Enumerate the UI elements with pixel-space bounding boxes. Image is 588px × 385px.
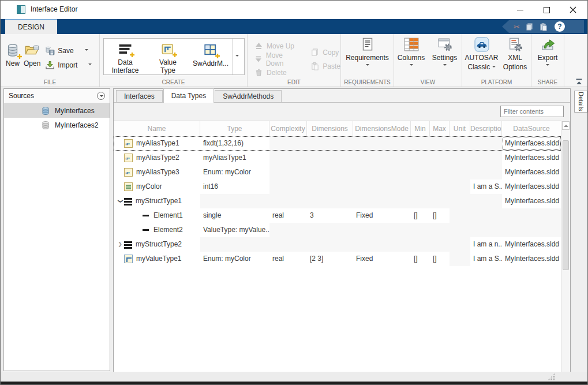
cell-dimensions xyxy=(307,151,353,165)
cell-min xyxy=(411,180,430,194)
database-icon xyxy=(41,106,50,115)
scroll-up-icon[interactable] xyxy=(562,121,570,130)
cell-dimensionsmode xyxy=(353,237,411,252)
cell-datasource xyxy=(502,208,561,223)
column-header-type[interactable]: Type xyxy=(200,121,269,136)
source-item-myinterfaces2[interactable]: MyInterfaces2 xyxy=(4,118,110,132)
copy-icon xyxy=(525,23,534,31)
cell-max: [] xyxy=(430,208,450,223)
cell-max xyxy=(430,194,450,208)
columns-dropdown-arrow xyxy=(410,64,413,68)
tab-swaddrmethods[interactable]: SwAddrMethods xyxy=(215,90,282,102)
cell-name: myAliasType2 xyxy=(114,151,200,165)
toolstrip-spacer xyxy=(564,34,587,87)
swaddrmethod-button[interactable]: SwAddrM... xyxy=(189,39,232,74)
cell-dimensions xyxy=(307,223,353,237)
row-name: Element2 xyxy=(153,223,183,237)
tab-data-types[interactable]: Data Types xyxy=(163,88,214,103)
cell-dimensionsmode xyxy=(353,136,411,151)
column-header-unit[interactable]: Unit xyxy=(450,121,470,136)
maximize-button[interactable] xyxy=(533,1,560,18)
help-icon[interactable] xyxy=(555,21,565,32)
resize-grip[interactable] xyxy=(548,373,555,380)
table-row-myaliastype1[interactable]: myAliasType1fixdt(1,32,16)MyInterfaces.s… xyxy=(114,136,561,151)
scrollbar-thumb[interactable] xyxy=(563,140,569,270)
cell-datasource: MyInterfaces.sldd xyxy=(502,252,561,266)
value-type-button[interactable]: Value Type xyxy=(147,39,189,74)
sources-list: MyInterfacesMyInterfaces2 xyxy=(4,103,110,132)
table-row-element1[interactable]: Element1singlereal3Fixed[][] xyxy=(114,208,561,223)
import-button[interactable]: Import xyxy=(45,60,92,70)
toolstrip: New Open Save Import F xyxy=(1,34,587,87)
cell-dimensions xyxy=(307,194,353,208)
cell-dimensions xyxy=(307,180,353,194)
save-button[interactable]: Save xyxy=(45,46,92,56)
source-item-myinterfaces[interactable]: MyInterfaces xyxy=(4,103,110,118)
filter-input[interactable] xyxy=(500,106,564,117)
cell-description: I am a n... xyxy=(470,237,502,252)
cell-name: ❯myStructType2 xyxy=(114,237,200,252)
column-header-dimensionsmode[interactable]: DimensionsMode xyxy=(353,121,411,136)
cell-max: [] xyxy=(430,252,450,266)
delete-button: Delete xyxy=(254,68,299,77)
column-header-min[interactable]: Min xyxy=(411,121,430,136)
column-header-dimensions[interactable]: Dimensions xyxy=(307,121,353,136)
requirements-button[interactable]: Requirements xyxy=(341,34,394,68)
table-row-mystructtype1[interactable]: ❯myStructType1MyInterfaces.sldd xyxy=(114,194,561,208)
column-header-name[interactable]: Name xyxy=(114,121,200,136)
tab-design[interactable]: DESIGN xyxy=(5,19,57,34)
cell-datasource: MyInterfaces.sldd xyxy=(502,151,561,165)
sources-panel: Sources MyInterfacesMyInterfaces2 xyxy=(3,88,110,371)
table-body: myAliasType1fixdt(1,32,16)MyInterfaces.s… xyxy=(114,136,561,266)
vertical-scrollbar[interactable] xyxy=(561,121,570,372)
cell-unit xyxy=(450,151,470,165)
table-row-myvaluetype1[interactable]: myValueType1Enum: myColorreal[2 3]Fixed[… xyxy=(114,252,561,266)
window-title: Interface Editor xyxy=(31,5,77,13)
close-button[interactable] xyxy=(560,1,586,18)
cell-complexity: real xyxy=(269,252,307,266)
column-header-datasource[interactable]: DataSource xyxy=(502,121,561,136)
enum-type-icon xyxy=(124,182,133,191)
section-file: New Open Save Import F xyxy=(1,34,100,87)
section-share: Export SHARE xyxy=(531,34,564,87)
cell-unit xyxy=(450,165,470,180)
column-header-complexity[interactable]: Complexity xyxy=(269,121,307,136)
autosar-dropdown-arrow xyxy=(492,66,496,69)
cell-dimensionsmode: Fixed xyxy=(353,252,411,266)
tab-interfaces[interactable]: Interfaces xyxy=(116,90,163,102)
cell-description xyxy=(470,136,502,151)
import-dropdown-arrow[interactable] xyxy=(88,63,92,67)
database-icon xyxy=(41,121,50,130)
cell-min: [] xyxy=(411,208,430,223)
sources-menu-icon[interactable] xyxy=(97,92,105,100)
data-interface-button[interactable]: Data Interface xyxy=(104,39,147,74)
status-bar xyxy=(1,372,587,382)
source-label: MyInterfaces xyxy=(55,107,95,115)
table-row-mycolor[interactable]: myColorint16I am a S...MyInterfaces.sldd xyxy=(114,180,561,194)
copy-button: Copy xyxy=(310,47,340,57)
table-row-myaliastype3[interactable]: myAliasType3Enum: myColorMyInterfaces.sl… xyxy=(114,165,561,180)
collapse-ribbon-icon[interactable] xyxy=(575,79,583,85)
table-row-mystructtype2[interactable]: ❯myStructType2I am a n...MyInterfaces.sl… xyxy=(114,237,561,252)
section-view: Columns Settings VIEW xyxy=(394,34,462,87)
table-row-myaliastype2[interactable]: myAliasType2myAliasType1MyInterfaces.sld… xyxy=(114,151,561,165)
export-icon xyxy=(540,36,555,53)
column-header-max[interactable]: Max xyxy=(430,121,450,136)
alias-type-icon xyxy=(124,139,133,148)
cell-dimensions: 3 xyxy=(307,208,353,223)
expand-chevron-icon[interactable]: ❯ xyxy=(116,237,124,252)
minimize-button[interactable] xyxy=(507,1,533,18)
row-name: myAliasType2 xyxy=(136,151,179,165)
save-icon xyxy=(45,46,55,56)
data-interface-icon xyxy=(118,42,133,57)
table-row-element2[interactable]: Element2ValueType: myValue... xyxy=(114,223,561,237)
create-dropdown[interactable] xyxy=(232,39,241,74)
tab-details[interactable]: Details xyxy=(574,91,587,113)
swaddrmethod-icon xyxy=(203,42,218,58)
cell-type: ValueType: myValue... xyxy=(200,223,269,237)
cell-type: myAliasType1 xyxy=(200,151,269,165)
column-header-description[interactable]: Description xyxy=(470,121,502,136)
row-name: myStructType1 xyxy=(136,194,182,208)
create-dropdown-arrow xyxy=(235,55,239,58)
save-dropdown-arrow[interactable] xyxy=(85,49,88,53)
